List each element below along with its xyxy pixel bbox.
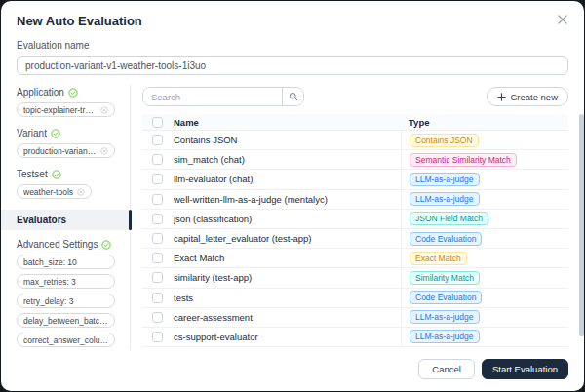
variant-label-row: Variant: [17, 128, 114, 138]
table-row[interactable]: capital_letter_evaluator (test-app) Code…: [142, 229, 568, 249]
evaluator-name: cs-support-evaluator: [172, 332, 401, 342]
close-circle-icon[interactable]: [77, 188, 85, 196]
testset-tag-label: weather-tools: [23, 187, 73, 197]
evaluator-type-badge: Similarity Match: [410, 271, 480, 285]
row-checkbox[interactable]: [152, 194, 163, 205]
advanced-setting-tag-label: batch_size: 10: [23, 257, 77, 267]
evaluation-name-input[interactable]: [17, 56, 568, 75]
table-header: Name Type: [142, 114, 568, 131]
application-group: Application topic-explainer-tracedss: [17, 87, 114, 117]
evaluator-name: sim_match (chat): [172, 154, 401, 165]
variant-group: Variant production-variant - v1: [17, 128, 114, 158]
advanced-settings-label-row: Advanced Settings: [17, 239, 114, 250]
row-checkbox[interactable]: [152, 233, 163, 244]
cancel-button[interactable]: Cancel: [418, 359, 475, 379]
close-icon: [558, 15, 567, 24]
evaluator-name: similarity (test-app): [172, 272, 401, 283]
evaluator-type-badge: LLM-as-a-judge: [410, 330, 480, 343]
table-row[interactable]: Contains JSON Contains JSON: [142, 131, 568, 150]
advanced-setting-tag[interactable]: correct_answer_column: corre...: [17, 333, 115, 347]
row-checkbox[interactable]: [152, 272, 163, 283]
evaluator-name: tests: [172, 293, 401, 303]
evaluators-toolbar: Create new: [142, 87, 568, 106]
advanced-setting-tag[interactable]: max_retries: 3: [17, 274, 115, 289]
row-checkbox[interactable]: [152, 174, 163, 184]
row-checkbox[interactable]: [152, 332, 163, 342]
configuration-sidebar: Application topic-explainer-tracedss Var…: [1, 85, 131, 350]
table-row[interactable]: cs-support-evaluator LLM-as-a-judge: [142, 328, 568, 347]
evaluator-name: well-written-llm-as-a-judge (mentalyc): [172, 194, 401, 205]
evaluator-name: llm-evaluator (chat): [172, 174, 401, 184]
search-button[interactable]: [282, 88, 303, 105]
application-tag[interactable]: topic-explainer-tracedss: [17, 102, 115, 117]
testset-label-row: Testset: [17, 169, 114, 179]
advanced-settings-tags: batch_size: 10 max_retries: 3 retry_dela…: [17, 255, 114, 347]
testset-group: Testset weather-tools: [17, 169, 114, 199]
table-row[interactable]: json (classification) JSON Field Match: [142, 210, 568, 229]
evaluator-type-badge: Contains JSON: [410, 134, 479, 147]
application-tag-label: topic-explainer-tracedss: [23, 105, 97, 115]
row-checkbox[interactable]: [152, 135, 163, 145]
search-field: [142, 87, 304, 106]
dialog-header: New Auto Evaluation: [1, 1, 584, 28]
evaluator-type-badge: LLM-as-a-judge: [410, 192, 480, 206]
application-label: Application: [17, 87, 64, 98]
search-input[interactable]: [143, 88, 282, 105]
evaluation-name-section: Evaluation name: [1, 28, 584, 75]
row-checkbox[interactable]: [152, 214, 163, 224]
evaluation-name-label: Evaluation name: [17, 40, 568, 51]
dialog-title: New Auto Evaluation: [17, 14, 568, 28]
check-circle-icon: [52, 170, 61, 179]
start-evaluation-button[interactable]: Start Evaluation: [482, 359, 568, 379]
advanced-setting-tag-label: delay_between_batches: 5: [23, 316, 108, 326]
select-all-checkbox[interactable]: [152, 117, 163, 128]
close-circle-icon[interactable]: [100, 147, 108, 155]
check-circle-icon: [101, 240, 111, 250]
evaluator-name: Contains JSON: [172, 135, 401, 145]
advanced-setting-tag-label: correct_answer_column: corre...: [23, 335, 108, 345]
close-button[interactable]: [555, 12, 570, 27]
new-auto-evaluation-dialog: New Auto Evaluation Evaluation name Appl…: [1, 1, 584, 391]
create-new-label: Create new: [510, 92, 558, 102]
row-checkbox[interactable]: [152, 154, 163, 165]
advanced-setting-tag[interactable]: retry_delay: 3: [17, 294, 115, 308]
row-checkbox[interactable]: [152, 312, 163, 323]
table-row[interactable]: sim_match (chat) Semantic Similarity Mat…: [142, 150, 568, 170]
check-circle-icon: [51, 129, 60, 138]
evaluator-type-badge: LLM-as-a-judge: [410, 173, 480, 186]
row-checkbox[interactable]: [152, 253, 163, 263]
variant-label: Variant: [17, 128, 47, 138]
table-scrollbar[interactable]: [579, 114, 584, 336]
table-row[interactable]: tests Code Evaluation: [142, 289, 568, 308]
check-circle-icon: [68, 88, 78, 98]
evaluator-type-badge: JSON Field Match: [410, 212, 488, 225]
variant-tag[interactable]: production-variant - v1: [17, 143, 115, 158]
table-row[interactable]: career-assessment LLM-as-a-judge: [142, 308, 568, 328]
evaluator-name: Exact Match: [172, 253, 401, 263]
dialog-footer: Cancel Start Evaluation: [1, 350, 584, 391]
testset-tag[interactable]: weather-tools: [17, 184, 92, 199]
sidebar-item-evaluators[interactable]: Evaluators: [1, 210, 130, 230]
advanced-setting-tag[interactable]: delay_between_batches: 5: [17, 313, 115, 328]
table-row[interactable]: Exact Match Exact Match: [142, 249, 568, 268]
advanced-setting-tag[interactable]: batch_size: 10: [17, 255, 115, 269]
table-row[interactable]: well-written-llm-as-a-judge (mentalyc) L…: [142, 190, 568, 210]
name-column-header: Name: [172, 117, 401, 128]
testset-label: Testset: [17, 169, 48, 179]
advanced-setting-tag-label: max_retries: 3: [23, 277, 76, 287]
row-checkbox[interactable]: [152, 293, 163, 303]
table-row[interactable]: llm-evaluator (chat) LLM-as-a-judge: [142, 170, 568, 189]
evaluator-name: json (classification): [172, 214, 401, 224]
variant-tag-label: production-variant - v1: [23, 146, 97, 156]
plus-icon: [497, 93, 506, 101]
evaluator-table-body: Contains JSON Contains JSON sim_match (c…: [142, 131, 568, 347]
application-label-row: Application: [17, 87, 114, 98]
evaluator-type-badge: Semantic Similarity Match: [410, 153, 517, 167]
evaluator-type-badge: Code Evaluation: [410, 232, 482, 246]
create-new-button[interactable]: Create new: [487, 87, 568, 106]
close-circle-icon[interactable]: [100, 106, 108, 114]
evaluators-panel: Create new Name Type Contains JSON Conta…: [131, 85, 584, 350]
evaluator-type-badge: Code Evaluation: [410, 291, 482, 304]
dialog-body: Application topic-explainer-tracedss Var…: [1, 85, 584, 350]
table-row[interactable]: similarity (test-app) Similarity Match: [142, 268, 568, 288]
